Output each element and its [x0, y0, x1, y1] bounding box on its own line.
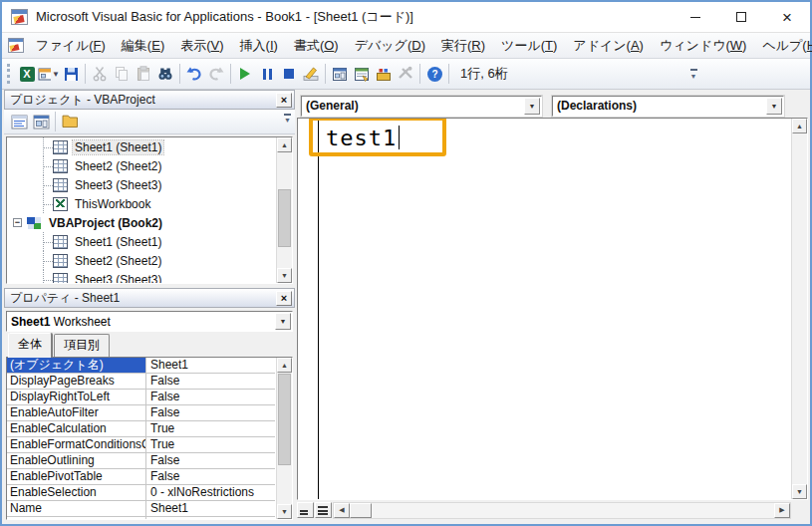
view-object-icon[interactable] [30, 112, 52, 132]
property-value[interactable]: False [146, 453, 275, 469]
property-name[interactable]: EnableOutlining [7, 453, 146, 469]
scroll-thumb[interactable] [278, 189, 291, 247]
menu-item-o[interactable]: 書式(O) [286, 34, 347, 58]
tree-item[interactable]: Sheet2 (Sheet2) [7, 251, 275, 270]
tree-item[interactable]: ThisWorkbook [7, 194, 275, 213]
property-name[interactable]: DisplayRightToLeft [7, 390, 146, 405]
property-value[interactable]: False [146, 390, 275, 405]
property-row[interactable]: EnableAutoFilterFalse [7, 405, 275, 421]
property-row[interactable]: EnableOutliningFalse [7, 453, 275, 469]
property-row[interactable]: NameSheet1 [7, 501, 275, 517]
property-value[interactable]: Sheet1 [146, 358, 275, 374]
property-row[interactable]: EnablePivotTableFalse [7, 469, 275, 485]
property-value[interactable] [146, 517, 275, 520]
menu-item-t[interactable]: ツール(T) [493, 34, 565, 58]
full-module-view-button[interactable] [315, 502, 332, 518]
code-text[interactable]: test1 [326, 126, 400, 150]
tree-item[interactable]: Sheet3 (Sheet3) [7, 270, 275, 284]
property-row[interactable]: EnableSelection0 - xlNoRestrictions [7, 485, 275, 501]
close-button[interactable]: × [764, 2, 810, 32]
object-dropdown[interactable]: (General) ▼ [301, 96, 542, 117]
property-name[interactable]: EnableCalculation [7, 421, 146, 437]
property-row[interactable]: EnableCalculationTrue [7, 421, 275, 437]
scroll-up-icon[interactable]: ▲ [792, 119, 807, 133]
paste-icon[interactable] [133, 63, 154, 85]
property-row[interactable]: (オブジェクト名)Sheet1 [7, 358, 275, 374]
cut-icon[interactable] [89, 63, 111, 85]
scroll-down-icon[interactable]: ▼ [792, 484, 807, 499]
save-icon[interactable] [60, 63, 82, 85]
toggle-folders-icon[interactable] [59, 112, 81, 132]
menu-item-f[interactable]: ファイル(F) [28, 34, 114, 58]
redo-icon[interactable] [205, 63, 227, 85]
property-value[interactable]: Sheet1 [146, 501, 275, 517]
tree-item[interactable]: −VBAProject (Book2) [7, 213, 275, 232]
break-icon[interactable] [256, 63, 278, 85]
property-name[interactable]: EnableAutoFilter [7, 405, 146, 421]
project-explorer-icon[interactable] [329, 63, 351, 85]
project-toolbar-overflow-button[interactable]: ▼ [282, 114, 293, 124]
property-value[interactable]: True [146, 421, 275, 437]
code-vertical-scrollbar[interactable]: ▲ ▼ [791, 119, 807, 499]
properties-window-icon[interactable] [351, 63, 373, 85]
collapse-icon[interactable]: − [13, 218, 22, 227]
chevron-down-icon[interactable]: ▼ [275, 313, 291, 330]
menu-item-e[interactable]: 編集(E) [114, 34, 172, 58]
insert-userform-icon[interactable]: ▼ [38, 63, 60, 85]
menu-item-w[interactable]: ウィンドウ(W) [652, 34, 754, 58]
object-browser-icon[interactable] [373, 63, 395, 85]
property-name[interactable]: ScrollArea [7, 517, 146, 520]
reset-icon[interactable] [278, 63, 300, 85]
toolbox-icon[interactable] [395, 63, 416, 85]
code-horizontal-scrollbar[interactable]: ◀ ▶ [333, 502, 791, 519]
property-row[interactable]: DisplayRightToLeftFalse [7, 390, 275, 405]
find-icon[interactable] [154, 63, 176, 85]
procedure-view-button[interactable] [297, 502, 314, 518]
property-row[interactable]: EnableFormatConditionsCTrue [7, 437, 275, 453]
toolbar-grip[interactable] [7, 64, 12, 84]
property-name[interactable]: Name [7, 501, 146, 517]
copy-icon[interactable] [111, 63, 133, 85]
help-icon[interactable]: ? [423, 63, 445, 85]
run-icon[interactable] [234, 63, 256, 85]
properties-panel-close-icon[interactable]: × [276, 291, 292, 306]
menu-item-r[interactable]: 実行(R) [433, 34, 493, 58]
property-name[interactable]: EnableSelection [7, 485, 146, 501]
project-panel-titlebar[interactable]: プロジェクト - VBAProject × [4, 90, 295, 110]
view-code-icon[interactable] [8, 112, 30, 132]
menu-item-h[interactable]: ヘルプ(H) [754, 34, 812, 58]
chevron-down-icon[interactable]: ▼ [524, 98, 540, 115]
scroll-thumb[interactable] [350, 503, 372, 518]
property-row[interactable]: ScrollArea [7, 517, 275, 520]
menu-item-a[interactable]: アドイン(A) [565, 34, 652, 58]
chevron-down-icon[interactable]: ▼ [766, 98, 782, 115]
property-name[interactable]: DisplayPageBreaks [7, 374, 146, 390]
tree-item[interactable]: Sheet2 (Sheet2) [7, 156, 275, 175]
procedure-dropdown[interactable]: (Declarations) ▼ [552, 96, 784, 117]
object-selector-dropdown[interactable]: Sheet1 Worksheet ▼ [6, 311, 293, 332]
minimize-button[interactable] [673, 2, 718, 32]
scroll-up-icon[interactable]: ▲ [277, 137, 292, 152]
code-editor[interactable]: test1 ▲ ▼ [297, 118, 808, 500]
tree-item[interactable]: Sheet3 (Sheet3) [7, 175, 275, 194]
scroll-down-icon[interactable]: ▼ [277, 504, 292, 519]
scroll-right-icon[interactable]: ▶ [774, 503, 790, 518]
maximize-button[interactable] [718, 2, 764, 32]
toolbar-overflow-button[interactable]: ▼ [687, 64, 699, 84]
tab-alphabetic[interactable]: 全体 [8, 333, 52, 358]
undo-icon[interactable] [183, 63, 205, 85]
property-name[interactable]: (オブジェクト名) [7, 358, 146, 374]
scroll-up-icon[interactable]: ▲ [277, 358, 292, 373]
menu-item-d[interactable]: デバッグ(D) [347, 34, 433, 58]
menu-item-i[interactable]: 挿入(I) [232, 34, 286, 58]
document-icon[interactable] [8, 38, 24, 53]
project-tree-scrollbar[interactable]: ▲ ▼ [276, 137, 292, 283]
tree-item[interactable]: Sheet1 (Sheet1) [7, 232, 275, 251]
property-value[interactable]: False [146, 469, 275, 485]
properties-scrollbar[interactable]: ▲ ▼ [276, 358, 292, 519]
property-value[interactable]: 0 - xlNoRestrictions [146, 485, 275, 501]
scroll-down-icon[interactable]: ▼ [277, 268, 292, 283]
view-microsoft-excel-icon[interactable]: X [16, 63, 38, 85]
property-name[interactable]: EnableFormatConditionsC [7, 437, 146, 453]
property-value[interactable]: False [146, 374, 275, 390]
